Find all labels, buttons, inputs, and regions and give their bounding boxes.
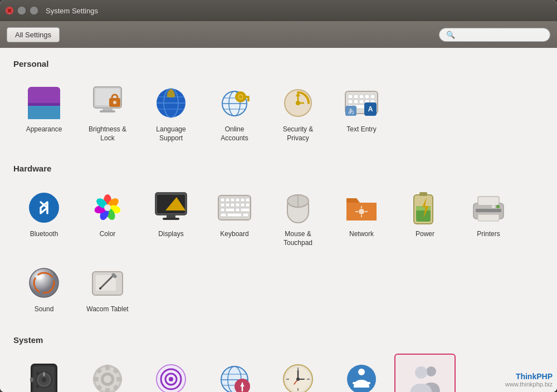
universal-access-icon-area xyxy=(344,361,379,392)
bluetooth-icon xyxy=(28,192,60,223)
window-title: System Settings xyxy=(46,7,98,15)
landscape-service-icon xyxy=(155,363,187,392)
settings-item-mouse-touchpad[interactable]: Mouse &Touchpad xyxy=(267,182,329,255)
printers-icon xyxy=(471,192,506,223)
settings-item-power[interactable]: Power xyxy=(394,182,456,255)
svg-rect-98 xyxy=(419,192,427,196)
settings-item-brightness-lock[interactable]: Brightness &Lock xyxy=(77,77,138,150)
svg-point-106 xyxy=(496,205,500,208)
svg-rect-13 xyxy=(113,101,116,104)
settings-item-network[interactable]: Network xyxy=(331,182,392,255)
settings-item-text-entry[interactable]: A あ Text Entry xyxy=(331,77,392,150)
brightness-lock-label: Brightness &Lock xyxy=(89,125,126,143)
svg-point-92 xyxy=(359,209,364,214)
color-icon xyxy=(91,192,124,224)
settings-item-time-date[interactable]: Time & Date xyxy=(267,354,329,392)
svg-rect-85 xyxy=(227,213,242,217)
minimize-button[interactable] xyxy=(18,7,26,14)
online-accounts-label: OnlineAccounts xyxy=(221,125,248,143)
settings-item-online-accounts[interactable]: OnlineAccounts xyxy=(204,77,265,150)
universal-access-icon xyxy=(346,363,377,392)
time-date-icon-area xyxy=(280,361,316,392)
svg-rect-70 xyxy=(231,198,234,202)
svg-rect-35 xyxy=(354,95,358,99)
svg-point-4 xyxy=(30,7,38,14)
svg-point-114 xyxy=(99,287,101,290)
keyboard-label: Keyboard xyxy=(220,230,248,239)
displays-icon xyxy=(154,192,188,224)
svg-point-51 xyxy=(29,193,59,223)
power-label: Power xyxy=(416,230,434,239)
section-title-personal: Personal xyxy=(13,59,544,68)
svg-rect-41 xyxy=(359,100,364,104)
text-entry-icon-area: A あ xyxy=(344,85,379,121)
svg-rect-72 xyxy=(241,198,245,202)
section-title-system: System xyxy=(13,335,544,345)
settings-item-security-privacy[interactable]: Security &Privacy xyxy=(267,77,329,150)
settings-item-displays[interactable]: Displays xyxy=(140,182,202,255)
color-label: Color xyxy=(100,230,116,239)
settings-item-wacom-tablet[interactable]: Wacom Tablet xyxy=(77,257,138,322)
settings-item-bluetooth[interactable]: Bluetooth xyxy=(13,182,75,255)
svg-rect-75 xyxy=(226,203,229,207)
user-accounts-icon-area xyxy=(407,361,443,392)
svg-rect-86 xyxy=(243,213,248,217)
network-icon xyxy=(344,192,379,224)
svg-point-26 xyxy=(239,95,242,99)
bluetooth-icon-area xyxy=(26,190,62,226)
settings-item-backups[interactable]: Backups xyxy=(13,354,75,392)
search-input[interactable] xyxy=(458,31,543,39)
settings-item-universal-access[interactable]: UniversalAccess xyxy=(331,354,392,392)
svg-rect-71 xyxy=(236,198,240,202)
svg-rect-129 xyxy=(93,377,99,381)
settings-item-landscape-service[interactable]: LandscapeService xyxy=(140,354,202,392)
settings-item-color[interactable]: Color xyxy=(77,182,138,255)
settings-item-software-updates[interactable]: Software &Updates xyxy=(204,354,265,392)
settings-item-user-accounts[interactable]: User Accounts xyxy=(394,354,456,392)
mouse-touchpad-icon-area xyxy=(280,190,316,226)
svg-point-107 xyxy=(492,205,495,208)
mouse-touchpad-icon xyxy=(286,190,310,225)
svg-rect-80 xyxy=(221,208,224,212)
svg-rect-84 xyxy=(221,213,226,217)
svg-rect-104 xyxy=(478,214,499,221)
settings-item-language-support[interactable]: LanguageSupport xyxy=(140,77,202,150)
mouse-touchpad-label: Mouse &Touchpad xyxy=(284,230,312,247)
settings-item-sound[interactable]: Sound xyxy=(13,257,75,322)
svg-text:あ: あ xyxy=(348,107,354,114)
printers-label: Printers xyxy=(477,230,500,239)
svg-point-157 xyxy=(296,378,300,381)
displays-icon-area xyxy=(153,190,189,226)
power-icon xyxy=(412,190,438,225)
svg-point-3 xyxy=(18,7,26,14)
all-settings-button[interactable]: All Settings xyxy=(7,27,60,42)
settings-item-printers[interactable]: Printers xyxy=(458,182,519,255)
network-icon-area xyxy=(344,190,379,226)
svg-rect-36 xyxy=(359,95,364,99)
settings-content: Personal Appearance xyxy=(0,48,557,392)
svg-rect-79 xyxy=(246,203,250,207)
appearance-icon xyxy=(28,87,60,119)
close-button[interactable] xyxy=(6,7,13,14)
svg-rect-37 xyxy=(365,95,369,99)
sound-label: Sound xyxy=(35,305,54,314)
svg-rect-103 xyxy=(478,197,499,205)
personal-grid: Appearance xyxy=(13,77,544,150)
search-box: 🔍 xyxy=(439,28,550,42)
language-support-label: LanguageSupport xyxy=(156,125,185,143)
svg-rect-127 xyxy=(105,365,110,370)
system-grid: Backups xyxy=(13,354,544,392)
keyboard-icon-area xyxy=(217,190,252,226)
settings-item-keyboard[interactable]: Keyboard xyxy=(204,182,265,255)
settings-item-details[interactable]: Details xyxy=(77,354,138,392)
search-icon: 🔍 xyxy=(446,31,455,39)
svg-rect-81 xyxy=(226,208,234,212)
maximize-button[interactable] xyxy=(30,7,38,14)
bluetooth-label: Bluetooth xyxy=(30,230,58,239)
brightness-lock-icon-area xyxy=(90,85,125,121)
titlebar: System Settings xyxy=(0,0,557,21)
settings-item-appearance[interactable]: Appearance xyxy=(13,77,75,150)
online-accounts-icon xyxy=(218,87,251,119)
svg-rect-76 xyxy=(231,203,234,207)
svg-rect-124 xyxy=(30,378,33,382)
